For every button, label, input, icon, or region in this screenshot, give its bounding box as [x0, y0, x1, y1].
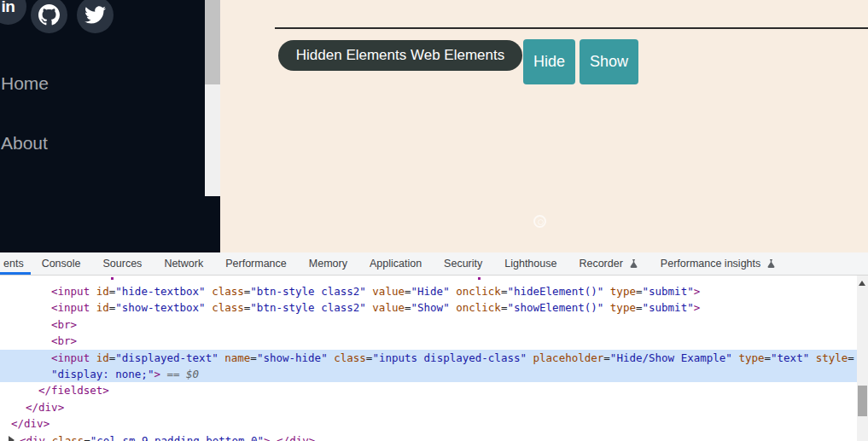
sidebar-item-about[interactable]: About [1, 133, 48, 154]
tab-label: ents [3, 258, 24, 270]
screenshot-root: in Home About Hidden Elements Web Elemen… [0, 0, 868, 441]
code-token: </div> [277, 434, 315, 441]
code-token: type [738, 351, 764, 364]
devtools-vertical-scrollbar [857, 276, 868, 441]
code-line[interactable]: <input id="hide-textbox" class="btn-styl… [0, 283, 857, 299]
show-button[interactable]: Show [580, 39, 638, 84]
tab-recorder[interactable]: Recorder [568, 252, 649, 275]
code-line[interactable]: </div> [0, 399, 857, 415]
code-token: = [603, 351, 610, 364]
tab-label: Recorder [579, 258, 622, 270]
code-line[interactable]: <div class="col-sm-9 padding-bottom-0">…… [0, 432, 857, 441]
code-token: "btn-style class2" [250, 301, 365, 314]
code-token: value [372, 301, 405, 314]
linkedin-icon[interactable]: in [0, 0, 26, 25]
page-content: Hidden Elements Web Elements Hide Show [220, 0, 868, 252]
code-token: name [224, 351, 250, 364]
code-token: = [250, 351, 257, 364]
devtools-panel: entsConsoleSourcesNetworkPerformanceMemo… [0, 252, 868, 441]
code-line[interactable]: </div> [0, 415, 857, 432]
tab-label: Console [42, 258, 81, 270]
code-token: </div> [11, 417, 50, 430]
code-token: class [212, 301, 244, 314]
browser-page: in Home About Hidden Elements Web Elemen… [0, 0, 868, 252]
code-token: = [765, 351, 772, 364]
tab-label: Lighthouse [504, 258, 556, 270]
sidebar-item-home[interactable]: Home [1, 73, 49, 94]
code-token: id [96, 351, 109, 364]
code-token: = [84, 434, 90, 441]
clipped-code-fragment [111, 277, 114, 280]
expand-arrow-icon[interactable] [9, 436, 15, 441]
code-token [603, 285, 610, 298]
decorative-faint-circle [533, 215, 546, 228]
code-token: type [610, 301, 636, 314]
code-token: class [212, 285, 244, 298]
sidebar-dark-extension [205, 196, 220, 252]
sidebar: in Home About [0, 0, 205, 252]
page-scrollbar-thumb[interactable] [205, 0, 220, 84]
code-token: "Hide" [411, 285, 450, 298]
code-token: placeholder [533, 351, 604, 364]
code-token: "text" [771, 351, 809, 364]
tab-label: Performance [225, 258, 287, 270]
tab-sources[interactable]: Sources [92, 252, 154, 275]
code-token: "hideElement()" [507, 285, 603, 298]
hide-button[interactable]: Hide [523, 39, 575, 84]
code-token: "show-hide" [257, 351, 328, 364]
code-token: "displayed-text" [115, 351, 218, 364]
code-token: style [816, 351, 848, 364]
tab-performance[interactable]: Performance [214, 252, 298, 275]
github-icon[interactable] [31, 0, 67, 33]
tab-performance-insights[interactable]: Performance insights [650, 252, 787, 275]
code-token: = [405, 301, 411, 314]
linkedin-icon-label: in [2, 0, 15, 16]
tab-security[interactable]: Security [433, 252, 493, 275]
hidden-elements-heading-pill: Hidden Elements Web Elements [278, 40, 522, 71]
code-token: "show-textbox" [115, 301, 205, 314]
tab-network[interactable]: Network [153, 252, 214, 275]
code-token: > [694, 301, 701, 314]
tab-memory[interactable]: Memory [298, 252, 358, 275]
code-token: <br> [51, 334, 77, 347]
code-token: "col-sm-9 padding-bottom-0" [90, 434, 264, 441]
code-token: "hide-textbox" [115, 285, 205, 298]
tab-lighthouse[interactable]: Lighthouse [493, 252, 568, 275]
devtools-elements-tree: <input id="hide-textbox" class="btn-styl… [0, 276, 857, 441]
code-token: > [154, 368, 160, 380]
code-line[interactable]: <br> [0, 333, 857, 349]
tab-console[interactable]: Console [31, 252, 92, 275]
code-token: <input [51, 285, 90, 298]
code-line[interactable]: </fieldset> [0, 382, 857, 398]
devtools-scrollbar-thumb[interactable] [858, 386, 867, 416]
code-token [809, 351, 816, 364]
code-line[interactable]: <input id="displayed-text" name="show-hi… [0, 350, 857, 383]
code-token: "showElement()" [507, 301, 603, 314]
code-token: "display: none;" [51, 368, 154, 380]
code-token: "submit" [642, 301, 693, 314]
scrollbar-up-arrow[interactable] [859, 281, 865, 286]
code-line[interactable]: <br> [0, 316, 857, 333]
code-token: = [405, 285, 411, 298]
tab-label: Security [444, 258, 482, 270]
code-token: type [610, 285, 636, 298]
code-token [90, 301, 96, 314]
tab-label: Memory [309, 258, 347, 270]
code-token: > [694, 285, 701, 298]
tab-application[interactable]: Application [358, 252, 433, 275]
tab-label: Sources [103, 258, 143, 270]
code-token: <div [20, 434, 45, 441]
code-token: id [96, 285, 109, 298]
tab-ents[interactable]: ents [0, 252, 31, 275]
twitter-icon[interactable] [77, 0, 114, 33]
code-token: id [96, 301, 109, 314]
code-token: </div> [26, 401, 64, 414]
code-token: "submit" [642, 285, 693, 298]
code-line[interactable]: <input id="show-textbox" class="btn-styl… [0, 299, 857, 316]
twitter-bird-glyph [84, 4, 106, 26]
code-token: "inputs displayed-class" [372, 351, 527, 364]
tab-label: Performance insights [661, 258, 760, 270]
devtools-tabbar: entsConsoleSourcesNetworkPerformanceMemo… [0, 252, 868, 276]
code-token [603, 301, 610, 314]
code-token: … [271, 434, 277, 441]
